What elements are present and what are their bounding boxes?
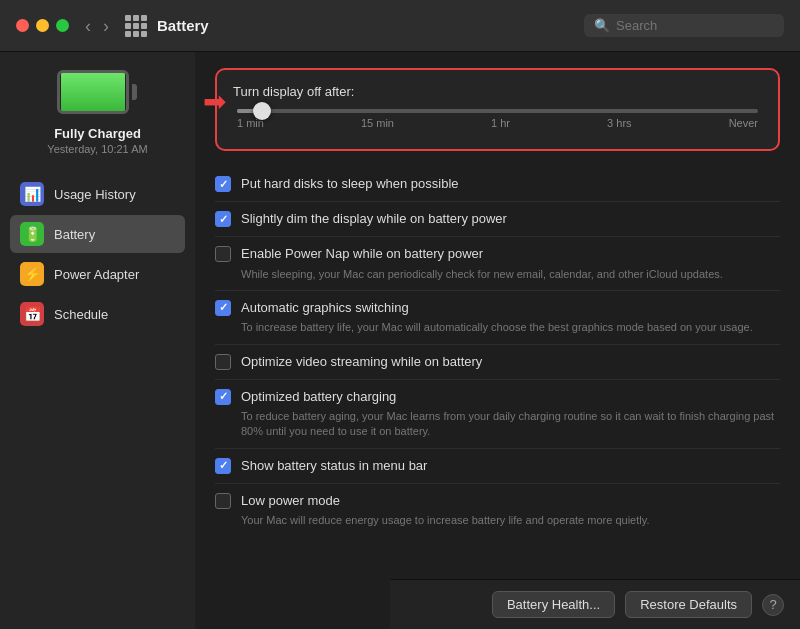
setting-text-power-nap: Enable Power Nap while on battery powerW… xyxy=(241,245,780,282)
slider-thumb[interactable] xyxy=(253,102,271,120)
setting-text-dim-display: Slightly dim the display while on batter… xyxy=(241,210,780,228)
setting-item-video-streaming: Optimize video streaming while on batter… xyxy=(215,345,780,380)
battery-icon xyxy=(57,68,137,116)
battery-time-label: Yesterday, 10:21 AM xyxy=(47,143,147,155)
back-button[interactable]: ‹ xyxy=(81,17,95,35)
sidebar-item-usage-history[interactable]: 📊 Usage History xyxy=(10,175,185,213)
setting-item-optimized-charging: Optimized battery chargingTo reduce batt… xyxy=(215,380,780,449)
setting-item-battery-menu: Show battery status in menu bar xyxy=(215,449,780,484)
setting-text-auto-graphics: Automatic graphics switchingTo increase … xyxy=(241,299,780,336)
checkbox-battery-menu[interactable] xyxy=(215,458,231,474)
forward-button[interactable]: › xyxy=(99,17,113,35)
red-arrow-icon: ➡ xyxy=(203,88,226,116)
battery-body xyxy=(57,70,129,114)
checkbox-hard-disks[interactable] xyxy=(215,176,231,192)
sidebar: Fully Charged Yesterday, 10:21 AM 📊 Usag… xyxy=(0,52,195,629)
arrow-annotation: ➡ xyxy=(203,88,226,116)
slider-container[interactable]: 1 min 15 min 1 hr 3 hrs Never xyxy=(233,109,762,129)
checkbox-optimized-charging[interactable] xyxy=(215,389,231,405)
setting-item-hard-disks: Put hard disks to sleep when possible xyxy=(215,167,780,202)
setting-row-power-nap: Enable Power Nap while on battery powerW… xyxy=(215,245,780,282)
checkbox-low-power[interactable] xyxy=(215,493,231,509)
slider-ticks: 1 min 15 min 1 hr 3 hrs Never xyxy=(237,117,758,129)
lightning-icon: ⚡ xyxy=(20,262,44,286)
help-button[interactable]: ? xyxy=(762,594,784,616)
setting-label-auto-graphics: Automatic graphics switching xyxy=(241,299,780,317)
nav-arrows: ‹ › xyxy=(81,17,113,35)
setting-item-auto-graphics: Automatic graphics switchingTo increase … xyxy=(215,291,780,345)
setting-item-low-power: Low power modeYour Mac will reduce energ… xyxy=(215,484,780,537)
setting-row-low-power: Low power modeYour Mac will reduce energ… xyxy=(215,492,780,529)
sidebar-nav: 📊 Usage History 🔋 Battery ⚡ Power Adapte… xyxy=(0,175,195,335)
setting-label-power-nap: Enable Power Nap while on battery power xyxy=(241,245,780,263)
slider-track xyxy=(237,109,758,113)
display-off-section: Turn display off after: 1 min 15 min 1 h… xyxy=(215,68,780,151)
restore-defaults-button[interactable]: Restore Defaults xyxy=(625,591,752,618)
battery-health-button[interactable]: Battery Health... xyxy=(492,591,615,618)
grid-icon[interactable] xyxy=(125,15,147,37)
search-input[interactable] xyxy=(616,18,774,33)
search-icon: 🔍 xyxy=(594,18,610,33)
close-button[interactable] xyxy=(16,19,29,32)
main-layout: Fully Charged Yesterday, 10:21 AM 📊 Usag… xyxy=(0,52,800,629)
checkbox-power-nap[interactable] xyxy=(215,246,231,262)
sidebar-item-battery[interactable]: 🔋 Battery xyxy=(10,215,185,253)
setting-item-power-nap: Enable Power Nap while on battery powerW… xyxy=(215,237,780,291)
setting-text-video-streaming: Optimize video streaming while on batter… xyxy=(241,353,780,371)
settings-list: Put hard disks to sleep when possibleSli… xyxy=(215,167,780,536)
setting-row-dim-display: Slightly dim the display while on batter… xyxy=(215,210,780,228)
tick-1hr: 1 hr xyxy=(491,117,510,129)
setting-label-video-streaming: Optimize video streaming while on batter… xyxy=(241,353,780,371)
titlebar: ‹ › Battery 🔍 xyxy=(0,0,800,52)
setting-text-hard-disks: Put hard disks to sleep when possible xyxy=(241,175,780,193)
setting-text-battery-menu: Show battery status in menu bar xyxy=(241,457,780,475)
setting-row-battery-menu: Show battery status in menu bar xyxy=(215,457,780,475)
tick-never: Never xyxy=(729,117,758,129)
content-area: ➡ Turn display off after: 1 min 15 min 1… xyxy=(195,52,800,629)
battery-nav-icon: 🔋 xyxy=(20,222,44,246)
checkbox-dim-display[interactable] xyxy=(215,211,231,227)
setting-item-dim-display: Slightly dim the display while on batter… xyxy=(215,202,780,237)
setting-desc-power-nap: While sleeping, your Mac can periodicall… xyxy=(241,267,780,282)
battery-fill xyxy=(61,73,124,111)
display-off-title: Turn display off after: xyxy=(233,84,762,99)
checkbox-auto-graphics[interactable] xyxy=(215,300,231,316)
setting-row-hard-disks: Put hard disks to sleep when possible xyxy=(215,175,780,193)
tick-3hrs: 3 hrs xyxy=(607,117,631,129)
setting-label-low-power: Low power mode xyxy=(241,492,780,510)
setting-text-low-power: Low power modeYour Mac will reduce energ… xyxy=(241,492,780,529)
bar-chart-icon: 📊 xyxy=(20,182,44,206)
calendar-icon: 📅 xyxy=(20,302,44,326)
sidebar-label-usage-history: Usage History xyxy=(54,187,136,202)
setting-row-optimized-charging: Optimized battery chargingTo reduce batt… xyxy=(215,388,780,440)
search-box[interactable]: 🔍 xyxy=(584,14,784,37)
setting-desc-optimized-charging: To reduce battery aging, your Mac learns… xyxy=(241,409,780,440)
sidebar-label-battery: Battery xyxy=(54,227,95,242)
setting-desc-auto-graphics: To increase battery life, your Mac will … xyxy=(241,320,780,335)
minimize-button[interactable] xyxy=(36,19,49,32)
setting-row-auto-graphics: Automatic graphics switchingTo increase … xyxy=(215,299,780,336)
setting-label-dim-display: Slightly dim the display while on batter… xyxy=(241,210,780,228)
bottom-toolbar: Battery Health... Restore Defaults ? xyxy=(390,579,800,629)
setting-desc-low-power: Your Mac will reduce energy usage to inc… xyxy=(241,513,780,528)
setting-label-optimized-charging: Optimized battery charging xyxy=(241,388,780,406)
tick-15min: 15 min xyxy=(361,117,394,129)
sidebar-item-power-adapter[interactable]: ⚡ Power Adapter xyxy=(10,255,185,293)
setting-label-hard-disks: Put hard disks to sleep when possible xyxy=(241,175,780,193)
checkbox-video-streaming[interactable] xyxy=(215,354,231,370)
window-title: Battery xyxy=(157,17,584,34)
traffic-lights xyxy=(16,19,69,32)
battery-terminal xyxy=(132,84,137,100)
sidebar-label-power-adapter: Power Adapter xyxy=(54,267,139,282)
setting-label-battery-menu: Show battery status in menu bar xyxy=(241,457,780,475)
sidebar-item-schedule[interactable]: 📅 Schedule xyxy=(10,295,185,333)
setting-text-optimized-charging: Optimized battery chargingTo reduce batt… xyxy=(241,388,780,440)
battery-display: Fully Charged Yesterday, 10:21 AM xyxy=(31,68,163,155)
battery-status-label: Fully Charged xyxy=(54,126,141,141)
setting-row-video-streaming: Optimize video streaming while on batter… xyxy=(215,353,780,371)
zoom-button[interactable] xyxy=(56,19,69,32)
sidebar-label-schedule: Schedule xyxy=(54,307,108,322)
